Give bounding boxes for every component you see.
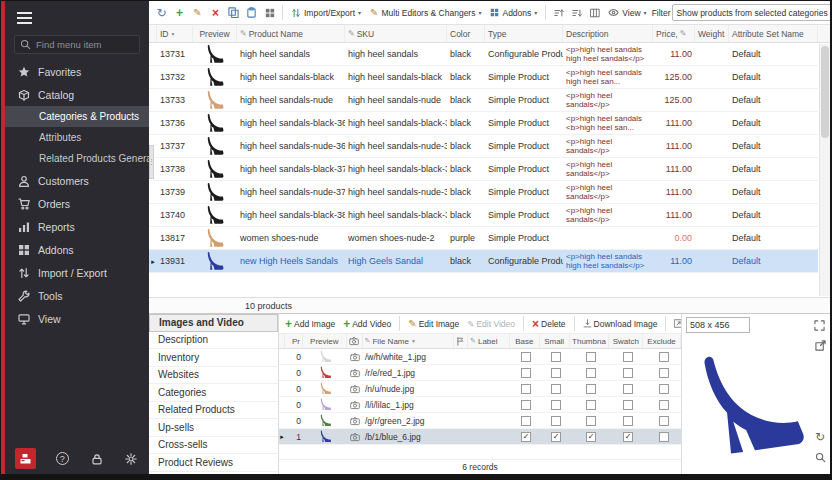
grid-scrollbar[interactable] (819, 44, 830, 296)
menu-toggle-icon[interactable] (5, 1, 45, 33)
header-preview[interactable]: Preview (193, 25, 237, 42)
table-row[interactable]: ▸ 13733 high heel sandals-nude high heel… (149, 89, 818, 112)
swatch-checkbox[interactable] (623, 400, 633, 410)
table-row[interactable]: ▸ 13731 high heel sandals high heel sand… (149, 43, 818, 66)
detail-tab[interactable]: Categories (149, 384, 278, 402)
header-file-name[interactable]: ✎File Name▼ (363, 334, 455, 348)
scrollbar-thumb[interactable] (821, 46, 829, 138)
image-row[interactable]: ▸ 0 /g/r/green_2.jpg (279, 413, 681, 429)
open-external-icon[interactable] (813, 338, 827, 352)
table-row[interactable]: ▸ 13817 women shoes-nude women shoes-nud… (149, 227, 818, 250)
detail-tab[interactable]: Related Products (149, 402, 278, 420)
thumbnail-checkbox[interactable] (586, 368, 596, 378)
lock-icon[interactable] (89, 451, 105, 467)
refresh-button[interactable]: ↻ (153, 4, 170, 22)
header-label[interactable]: ✎Label (468, 334, 510, 348)
header-id[interactable]: ID▼ (157, 25, 193, 42)
panel-splitter[interactable]: ⋮ (149, 145, 154, 179)
base-checkbox[interactable] (521, 416, 531, 426)
swatch-checkbox[interactable] (623, 352, 633, 362)
swatch-checkbox[interactable] (623, 368, 633, 378)
table-row[interactable]: ▸ 13739 high heel sandals-nude-37 high h… (149, 181, 818, 204)
exclude-checkbox[interactable] (659, 368, 669, 378)
header-position[interactable]: Pr (285, 334, 303, 348)
header-flag[interactable] (454, 334, 468, 348)
edit-video-button[interactable]: ✎Edit Video (464, 318, 518, 330)
header-preview[interactable]: Preview (303, 334, 347, 348)
swatch-checkbox[interactable] (623, 416, 633, 426)
add-product-button[interactable]: + (171, 4, 188, 22)
small-checkbox[interactable] (551, 352, 561, 362)
copy-button[interactable] (225, 4, 242, 22)
detail-tab[interactable]: Up-sells (149, 419, 278, 437)
header-small[interactable]: Small (540, 334, 570, 348)
small-checkbox[interactable] (551, 400, 561, 410)
exclude-checkbox[interactable] (659, 384, 669, 394)
thumbnail-checkbox[interactable] (586, 400, 596, 410)
table-row[interactable]: ▸ 13732 high heel sandals-black high hee… (149, 66, 818, 89)
sidebar-item-catalog[interactable]: Catalog (5, 83, 149, 106)
header-attribute-set[interactable]: Attribute Set Name (729, 25, 818, 42)
detail-tab[interactable]: Websites (149, 367, 278, 385)
detail-tab[interactable]: Product Reviews (149, 454, 278, 472)
image-row[interactable]: ▸ 0 /w/h/white_1.jpg (279, 349, 681, 365)
sidebar-item-import-export[interactable]: Import / Export (5, 261, 149, 284)
rotate-icon[interactable]: ↻ (813, 430, 827, 444)
header-type[interactable]: Type (485, 25, 563, 42)
image-row[interactable]: ▸ 0 /r/e/red_1.jpg (279, 365, 681, 381)
base-checkbox[interactable] (521, 368, 531, 378)
header-swatch[interactable]: Swatch (609, 334, 643, 348)
detail-tab[interactable]: Inventory (149, 349, 278, 367)
swatch-checkbox[interactable] (623, 432, 633, 442)
image-row[interactable]: ▸ 0 /l/i/lilac_1.jpg (279, 397, 681, 413)
add-image-button[interactable]: +Add Image (282, 316, 338, 332)
base-checkbox[interactable] (521, 400, 531, 410)
paste-button[interactable] (243, 4, 260, 22)
delete-product-button[interactable]: × (207, 4, 224, 22)
add-video-button[interactable]: +Add Video (340, 316, 394, 332)
table-row[interactable]: ▸ 13736 high heel sandals-black-36 high … (149, 112, 818, 135)
sidebar-search[interactable] (14, 35, 140, 54)
table-row[interactable]: ▸ 13740 high heel sandals-black-38 high … (149, 204, 818, 227)
header-price[interactable]: Price,✎ (653, 25, 695, 42)
exclude-checkbox[interactable] (659, 352, 669, 362)
download-image-button[interactable]: Download Image (580, 318, 661, 330)
help-icon[interactable]: ? (54, 451, 70, 467)
multi-editors-menu[interactable]: ✎ Multi Editors & Changers ▾ (366, 5, 485, 20)
set-resize-rule-button[interactable]: Set Resize Rule (671, 318, 681, 330)
gear-icon[interactable] (123, 451, 139, 467)
sidebar-item-reports[interactable]: Reports (5, 215, 149, 238)
table-row[interactable]: ▸ 13931 new High Heels Sandals High Geel… (149, 250, 818, 273)
filter-select[interactable]: Show products from selected categories ▾ (672, 4, 830, 21)
small-checkbox[interactable] (551, 384, 561, 394)
import-export-menu[interactable]: Import/Export ▾ (287, 6, 365, 20)
sidebar-item-tools[interactable]: Tools (5, 284, 149, 307)
image-row[interactable]: ▸ 0 /n/u/nude.jpg (279, 381, 681, 397)
thumbnail-checkbox[interactable] (586, 416, 596, 426)
small-checkbox[interactable] (551, 432, 561, 442)
small-checkbox[interactable] (551, 416, 561, 426)
detail-tab[interactable]: Images and Video (149, 314, 278, 332)
header-sku[interactable]: ✎SKU (345, 25, 447, 42)
header-camera[interactable] (347, 334, 363, 348)
small-checkbox[interactable] (551, 368, 561, 378)
base-checkbox[interactable] (521, 352, 531, 362)
exclude-checkbox[interactable] (659, 416, 669, 426)
sidebar-item-favorites[interactable]: Favorites (5, 60, 149, 83)
sidebar-item-categories-products[interactable]: Categories & Products (5, 106, 149, 127)
detail-tab[interactable]: Description (149, 332, 278, 350)
store-manager-logo[interactable] (15, 448, 36, 469)
header-thumbnail[interactable]: Thumbna (570, 334, 610, 348)
sidebar-item-orders[interactable]: Orders (5, 192, 149, 215)
header-color[interactable]: Color (447, 25, 485, 42)
header-exclude[interactable]: Exclude (643, 334, 681, 348)
addons-menu[interactable]: Addons ▾ (486, 6, 541, 20)
swatch-checkbox[interactable] (623, 384, 633, 394)
thumbnail-checkbox[interactable] (586, 384, 596, 394)
base-checkbox[interactable] (521, 384, 531, 394)
exclude-checkbox[interactable] (659, 432, 669, 442)
thumbnail-checkbox[interactable] (586, 432, 596, 442)
search-input[interactable] (36, 39, 134, 50)
sidebar-item-related-products-generator[interactable]: Related Products Generator (5, 148, 149, 169)
image-row[interactable]: ▸ 1 /b/1/blue_6.jpg (279, 429, 681, 445)
